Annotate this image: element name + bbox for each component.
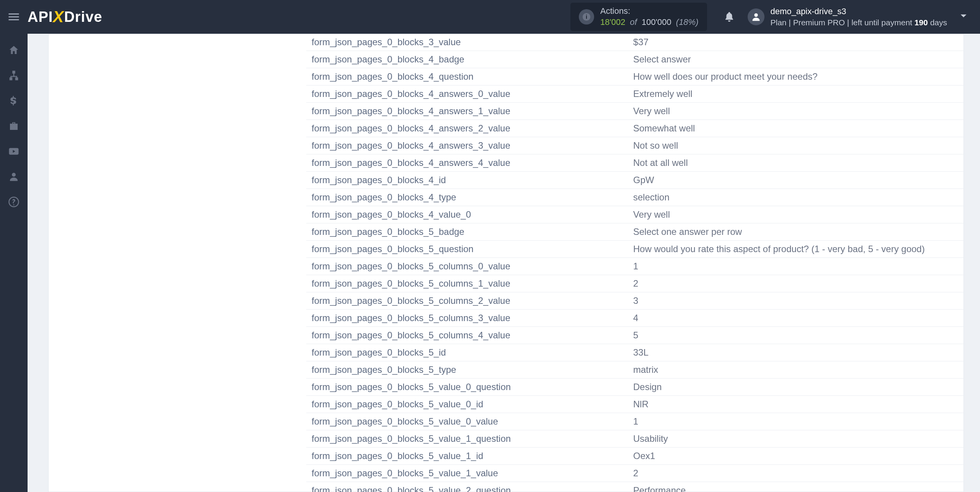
actions-text: Actions: 18'002 of 100'000 (18%) — [600, 6, 698, 28]
table-row: form_json_pages_0_blocks_4_badgeSelect a… — [306, 51, 964, 68]
sidebar-item-video[interactable] — [0, 139, 28, 164]
table-row: form_json_pages_0_blocks_5_columns_1_val… — [306, 275, 964, 292]
table-row: form_json_pages_0_blocks_5_questionHow w… — [306, 241, 964, 258]
dollar-icon — [8, 95, 20, 107]
sidebar-item-help[interactable] — [0, 189, 28, 215]
youtube-icon — [8, 146, 20, 157]
logo-x: X — [53, 8, 64, 26]
info-icon: i — [579, 9, 594, 25]
row-value: 4 — [628, 310, 964, 326]
row-value: 1 — [628, 258, 964, 275]
table-row: form_json_pages_0_blocks_4_answers_3_val… — [306, 137, 964, 154]
row-key: form_json_pages_0_blocks_5_id — [306, 344, 628, 361]
row-key: form_json_pages_0_blocks_5_columns_4_val… — [306, 327, 628, 344]
header: API X Drive i Actions: 18'002 of 100'000… — [0, 0, 980, 34]
table-row: form_json_pages_0_blocks_4_answers_0_val… — [306, 85, 964, 103]
svg-rect-5 — [16, 78, 18, 80]
row-key: form_json_pages_0_blocks_5_value_2_quest… — [306, 482, 628, 492]
user-menu[interactable]: demo_apix-drive_s3 Plan | Premium PRO | … — [748, 6, 947, 28]
table-row: form_json_pages_0_blocks_4_typeselection — [306, 189, 964, 206]
sidebar-item-billing[interactable] — [0, 88, 28, 113]
notifications-button[interactable] — [719, 11, 740, 23]
row-value: Not so well — [628, 137, 964, 154]
actions-total: 100'000 — [642, 17, 671, 27]
svg-point-7 — [12, 173, 16, 177]
row-key: form_json_pages_0_blocks_5_value_0_id — [306, 396, 628, 413]
user-icon — [8, 171, 20, 182]
row-value: selection — [628, 189, 964, 206]
actions-label: Actions: — [600, 6, 698, 17]
row-key: form_json_pages_0_blocks_5_value_1_id — [306, 448, 628, 464]
row-key: form_json_pages_0_blocks_5_badge — [306, 223, 628, 240]
row-key: form_json_pages_0_blocks_3_value — [306, 34, 628, 51]
avatar — [748, 8, 764, 25]
row-value: Very well — [628, 103, 964, 120]
svg-rect-4 — [10, 78, 12, 80]
user-plan: Plan | Premium PRO | left until payment … — [771, 17, 947, 28]
row-value: Select answer — [628, 51, 964, 68]
table-row: form_json_pages_0_blocks_5_badgeSelect o… — [306, 223, 964, 241]
table-row: form_json_pages_0_blocks_5_value_1_quest… — [306, 430, 964, 448]
row-value: Design — [628, 379, 964, 395]
row-key: form_json_pages_0_blocks_5_question — [306, 241, 628, 257]
row-value: 3 — [628, 292, 964, 309]
table-row: form_json_pages_0_blocks_4_answers_4_val… — [306, 154, 964, 172]
sidebar-item-account[interactable] — [0, 164, 28, 189]
row-key: form_json_pages_0_blocks_4_value_0 — [306, 206, 628, 223]
row-key: form_json_pages_0_blocks_5_columns_3_val… — [306, 310, 628, 326]
row-value: Somewhat well — [628, 120, 964, 137]
row-key: form_json_pages_0_blocks_4_type — [306, 189, 628, 206]
row-value: 1 — [628, 413, 964, 430]
row-key: form_json_pages_0_blocks_4_answers_2_val… — [306, 120, 628, 137]
row-key: form_json_pages_0_blocks_5_columns_0_val… — [306, 258, 628, 275]
row-value: 2 — [628, 465, 964, 482]
table-row: form_json_pages_0_blocks_3_value$37 — [306, 34, 964, 51]
table-row: form_json_pages_0_blocks_4_questionHow w… — [306, 68, 964, 85]
row-key: form_json_pages_0_blocks_4_answers_3_val… — [306, 137, 628, 154]
table-row: form_json_pages_0_blocks_5_columns_2_val… — [306, 292, 964, 310]
chevron-down-icon — [959, 11, 969, 21]
sidebar-item-home[interactable] — [0, 38, 28, 63]
actions-of: of — [630, 17, 637, 27]
sitemap-icon — [8, 70, 20, 81]
table-row: form_json_pages_0_blocks_4_value_0Very w… — [306, 206, 964, 223]
table-row: form_json_pages_0_blocks_5_columns_4_val… — [306, 327, 964, 344]
table-row: form_json_pages_0_blocks_5_value_1_idOex… — [306, 448, 964, 465]
table-row: form_json_pages_0_blocks_5_columns_3_val… — [306, 310, 964, 327]
sidebar-item-connections[interactable] — [0, 63, 28, 88]
actions-pct: (18%) — [676, 17, 699, 27]
bell-icon — [724, 11, 735, 23]
svg-point-2 — [754, 13, 758, 17]
svg-text:i: i — [586, 14, 587, 20]
row-key: form_json_pages_0_blocks_4_answers_4_val… — [306, 154, 628, 171]
row-value: How would you rate this aspect of produc… — [628, 241, 964, 257]
actions-widget[interactable]: i Actions: 18'002 of 100'000 (18%) — [570, 3, 707, 31]
content-shell: form_json_pages_0_blocks_3_value$37form_… — [48, 34, 964, 492]
logo-api: API — [28, 9, 53, 25]
logo[interactable]: API X Drive — [28, 8, 102, 26]
row-key: form_json_pages_0_blocks_5_type — [306, 361, 628, 378]
row-value: Oex1 — [628, 448, 964, 464]
table-row: form_json_pages_0_blocks_5_value_1_value… — [306, 465, 964, 482]
row-key: form_json_pages_0_blocks_5_value_1_value — [306, 465, 628, 482]
header-dropdown-caret[interactable] — [959, 11, 969, 23]
row-key: form_json_pages_0_blocks_5_columns_2_val… — [306, 292, 628, 309]
table-row: form_json_pages_0_blocks_5_columns_0_val… — [306, 258, 964, 275]
row-key: form_json_pages_0_blocks_4_answers_0_val… — [306, 85, 628, 102]
hamburger-menu[interactable] — [0, 0, 28, 34]
row-key: form_json_pages_0_blocks_4_question — [306, 68, 628, 85]
row-value: 33L — [628, 344, 964, 361]
row-value: Performance — [628, 482, 964, 492]
row-value: Not at all well — [628, 154, 964, 171]
table-row: form_json_pages_0_blocks_4_answers_1_val… — [306, 103, 964, 120]
row-value: 2 — [628, 275, 964, 292]
row-key: form_json_pages_0_blocks_4_badge — [306, 51, 628, 68]
user-name: demo_apix-drive_s3 — [771, 6, 947, 17]
menu-icon — [7, 10, 21, 24]
sidebar-item-tools[interactable] — [0, 113, 28, 139]
row-key: form_json_pages_0_blocks_5_value_1_quest… — [306, 430, 628, 447]
table-row: form_json_pages_0_blocks_5_value_0_idNlR — [306, 396, 964, 413]
row-value: matrix — [628, 361, 964, 378]
table-row: form_json_pages_0_blocks_5_value_2_quest… — [306, 482, 964, 492]
user-icon — [751, 11, 761, 22]
